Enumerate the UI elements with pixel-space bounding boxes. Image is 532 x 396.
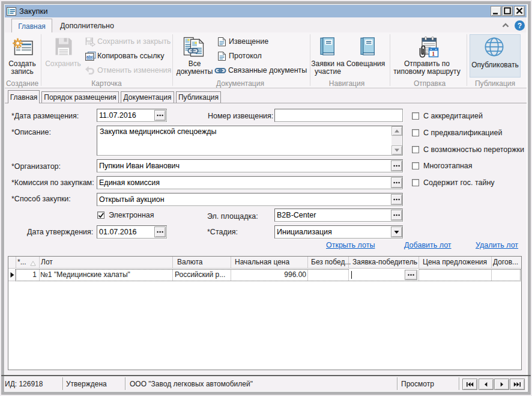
svg-text:1: 1 <box>432 50 435 57</box>
svg-text:abc: abc <box>86 55 94 59</box>
